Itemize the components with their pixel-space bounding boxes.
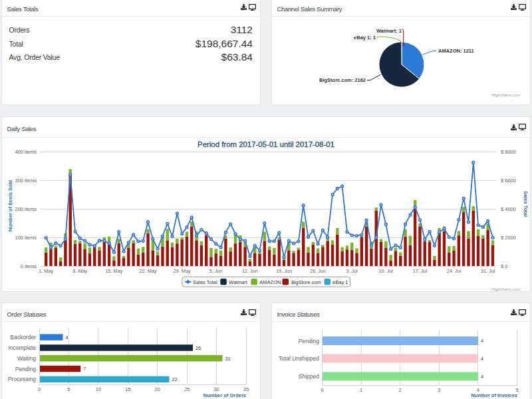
svg-text:Waiting: Waiting: [17, 355, 36, 362]
svg-text:AMAZON: AMAZON: [259, 279, 281, 285]
svg-text:Highcharts.com: Highcharts.com: [492, 92, 521, 97]
svg-text:300 items: 300 items: [15, 178, 37, 184]
svg-text:eBay 1: 1: eBay 1: 1: [354, 35, 376, 41]
svg-text:31. Jul: 31. Jul: [481, 268, 495, 274]
svg-text:22. May: 22. May: [140, 268, 157, 274]
svg-text:25: 25: [184, 386, 190, 392]
svg-text:22: 22: [172, 377, 178, 382]
svg-text:10. Jul: 10. Jul: [379, 268, 394, 274]
svg-text:12. Jun: 12. Jun: [242, 268, 258, 274]
svg-text:31: 31: [225, 356, 231, 361]
svg-text:1. May: 1. May: [39, 268, 53, 274]
svg-text:26. Jun: 26. Jun: [310, 268, 326, 274]
svg-text:100 items: 100 items: [15, 235, 37, 241]
svg-text:Walmart: 1: Walmart: 1: [376, 28, 402, 34]
svg-text:20: 20: [155, 386, 160, 392]
svg-text:15. May: 15. May: [105, 268, 122, 274]
svg-text:4: 4: [481, 338, 483, 343]
svg-text:26: 26: [196, 346, 201, 350]
svg-text:0: 0: [321, 387, 323, 393]
svg-text:4: 4: [481, 374, 483, 379]
svg-text:Pending: Pending: [15, 366, 36, 372]
svg-text:eBay 1: eBay 1: [332, 279, 348, 285]
svg-text:10: 10: [96, 386, 101, 392]
svg-text:2: 2: [399, 387, 402, 393]
svg-text:Number of Invoices: Number of Invoices: [471, 392, 517, 398]
svg-text:0 items: 0 items: [21, 263, 37, 269]
svg-text:$ 0: $ 0: [501, 263, 507, 269]
svg-text:4: 4: [66, 335, 68, 340]
svg-text:19. Jun: 19. Jun: [276, 268, 292, 274]
svg-text:3. Jul: 3. Jul: [346, 268, 358, 274]
svg-text:Pending: Pending: [299, 338, 319, 344]
svg-text:BigStore.com: 2162: BigStore.com: 2162: [319, 77, 366, 83]
svg-text:Sales Total: Sales Total: [193, 279, 217, 285]
svg-text:AMAZON: 1211: AMAZON: 1211: [438, 48, 474, 54]
svg-text:Sales Total: Sales Total: [523, 191, 529, 217]
svg-text:Highcharts.com: Highcharts.com: [492, 287, 521, 291]
svg-text:BigStore.com: BigStore.com: [291, 279, 321, 285]
svg-text:Walmart: Walmart: [229, 279, 248, 285]
svg-text:1: 1: [360, 387, 362, 393]
svg-text:29. May: 29. May: [174, 268, 191, 274]
svg-text:3: 3: [438, 387, 440, 393]
svg-text:Number of Items Sold: Number of Items Sold: [8, 180, 14, 231]
svg-text:$ 2000: $ 2000: [501, 235, 516, 241]
svg-text:Backorder: Backorder: [10, 334, 36, 340]
svg-text:5: 5: [67, 386, 70, 392]
svg-text:$ 8000: $ 8000: [501, 149, 516, 155]
svg-text:Number of Orders: Number of Orders: [203, 392, 246, 398]
svg-text:Shipped: Shipped: [299, 373, 319, 380]
svg-text:Incomplete: Incomplete: [8, 344, 36, 351]
svg-text:4: 4: [481, 356, 483, 361]
svg-text:17. Jul: 17. Jul: [413, 268, 428, 274]
svg-text:24. Jul: 24. Jul: [447, 268, 462, 274]
svg-text:7: 7: [83, 366, 86, 371]
svg-text:5. Jun: 5. Jun: [209, 268, 223, 274]
svg-text:Processing: Processing: [8, 376, 36, 382]
svg-text:15: 15: [125, 386, 130, 392]
svg-text:8. May: 8. May: [72, 268, 87, 274]
svg-text:Period from 2017-05-01 until 2: Period from 2017-05-01 until 2017-08-01: [198, 140, 334, 148]
svg-text:200 items: 200 items: [15, 206, 37, 212]
svg-text:$ 4000: $ 4000: [501, 206, 516, 212]
svg-text:400 items: 400 items: [15, 149, 37, 155]
svg-text:Total Unshipped: Total Unshipped: [279, 355, 319, 362]
svg-text:$ 6000: $ 6000: [501, 178, 516, 184]
svg-text:0: 0: [38, 386, 41, 392]
